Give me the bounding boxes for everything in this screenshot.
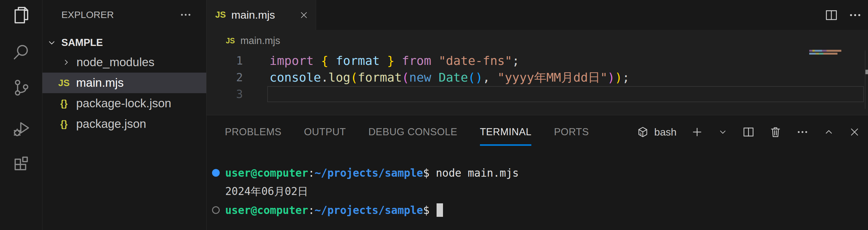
activity-search[interactable]: [10, 42, 32, 63]
panel-header: PROBLEMSOUTPUTDEBUG CONSOLETERMINALPORTS…: [207, 115, 868, 149]
terminal-text: user@computer:~/projects/sample$ node ma…: [225, 167, 519, 179]
command-decoration: [207, 206, 225, 214]
sidebar-title: EXPLORER: [61, 9, 114, 20]
js-file-icon: JS: [215, 10, 226, 20]
minimap-line: [809, 50, 843, 52]
panel-tab-debug-console[interactable]: DEBUG CONSOLE: [369, 115, 458, 149]
split-terminal-icon[interactable]: [742, 126, 755, 138]
code-text: import { format } from "date-fns";: [270, 54, 520, 68]
terminal-output[interactable]: user@computer:~/projects/sample$ node ma…: [207, 164, 868, 220]
terminal-text: 2024年06月02日: [225, 185, 308, 199]
terminal-row: user@computer:~/projects/sample$: [207, 201, 868, 220]
json-file-icon: {}: [57, 119, 71, 129]
command-decoration: [207, 169, 225, 177]
debug-icon: [11, 119, 31, 138]
code-line-1[interactable]: 1import { format } from "date-fns";: [207, 52, 868, 69]
tab-label: main.mjs: [231, 9, 275, 21]
chevron-right-icon: [61, 58, 71, 67]
file-label: main.mjs: [76, 76, 124, 90]
file-row-main-mjs[interactable]: JSmain.mjs: [42, 73, 206, 93]
line-number: 2: [207, 71, 243, 84]
split-editor-icon[interactable]: [824, 8, 838, 22]
close-icon[interactable]: [849, 126, 860, 138]
close-icon[interactable]: [299, 10, 309, 20]
code-editor[interactable]: JS main.mjs 1import { format } from "dat…: [207, 30, 868, 115]
trash-icon[interactable]: [769, 126, 782, 138]
js-file-icon: JS: [226, 37, 235, 45]
code-text: console.log(format(new Date(), "yyyy年MM月…: [270, 69, 630, 86]
code-lines: 1import { format } from "date-fns";2cons…: [207, 52, 868, 102]
explorer-sidebar: EXPLORER SAMPLE node_modulesJSmain.mjs{}…: [42, 0, 207, 230]
folder-section-label: SAMPLE: [61, 37, 103, 48]
ellipsis-icon[interactable]: [179, 8, 192, 21]
panel-tab-output[interactable]: OUTPUT: [304, 115, 346, 149]
ellipsis-icon[interactable]: [796, 126, 809, 138]
terminal-actions: $ bash: [637, 126, 868, 138]
file-row-node-modules[interactable]: node_modules: [42, 52, 206, 73]
code-line-2[interactable]: 2console.log(format(new Date(), "yyyy年MM…: [207, 69, 868, 86]
search-icon: [11, 43, 31, 62]
files-icon: [11, 5, 31, 25]
minimap-line: [809, 53, 841, 55]
file-row-package-json[interactable]: {}package.json: [42, 114, 206, 134]
scrollbar-thumb[interactable]: [865, 70, 868, 74]
panel-tabs: PROBLEMSOUTPUTDEBUG CONSOLETERMINALPORTS: [207, 115, 589, 149]
panel-tab-ports[interactable]: PORTS: [554, 115, 589, 149]
terminal-row: 2024年06月02日: [207, 182, 868, 201]
activity-run-debug[interactable]: [10, 118, 32, 139]
terminal-row: user@computer:~/projects/sample$ node ma…: [207, 164, 868, 182]
file-label: package-lock.json: [76, 97, 171, 110]
current-line-highlight: [267, 86, 864, 102]
explorer-header: EXPLORER: [42, 0, 206, 30]
extensions-icon: [11, 155, 31, 174]
chevron-up-icon[interactable]: [823, 126, 835, 138]
js-file-icon: JS: [57, 78, 71, 88]
file-label: node_modules: [76, 56, 155, 69]
line-number: 3: [207, 88, 243, 101]
command-prompt-circle-icon: [212, 206, 220, 214]
json-file-icon: {}: [57, 98, 71, 109]
minimap[interactable]: [809, 50, 843, 56]
line-number: 1: [207, 54, 243, 67]
chevron-down-icon[interactable]: [718, 127, 728, 137]
new-terminal-plus-icon[interactable]: [691, 126, 704, 138]
file-row-package-lock-json[interactable]: {}package-lock.json: [42, 93, 206, 114]
folder-section-header[interactable]: SAMPLE: [42, 33, 206, 52]
breadcrumb-label: main.mjs: [240, 35, 280, 46]
chevron-down-icon: [46, 38, 57, 48]
ellipsis-icon[interactable]: [848, 8, 862, 22]
breadcrumb[interactable]: JS main.mjs: [207, 30, 868, 49]
editor-actions: [824, 0, 868, 30]
source-control-icon: [11, 78, 31, 97]
panel-tab-terminal[interactable]: TERMINAL: [480, 115, 532, 149]
code-line-3[interactable]: 3: [207, 86, 868, 102]
terminal-text: user@computer:~/projects/sample$: [225, 203, 443, 217]
shell-label: bash: [654, 126, 677, 138]
activity-bar: [0, 0, 42, 230]
svg-text:$: $: [640, 132, 642, 136]
panel-tab-problems[interactable]: PROBLEMS: [225, 115, 281, 149]
command-success-circle-icon: [212, 169, 220, 177]
scrollbar-track: [865, 51, 865, 109]
file-tree: node_modulesJSmain.mjs{}package-lock.jso…: [42, 52, 206, 134]
terminal-bash-icon: $: [637, 126, 649, 138]
activity-extensions[interactable]: [10, 154, 32, 175]
bottom-panel: PROBLEMSOUTPUTDEBUG CONSOLETERMINALPORTS…: [207, 115, 868, 230]
activity-explorer[interactable]: [10, 4, 32, 26]
tab-main-mjs[interactable]: JS main.mjs: [207, 0, 316, 30]
terminal-shell-selector[interactable]: $ bash: [637, 126, 677, 138]
file-label: package.json: [76, 117, 146, 131]
activity-source-control[interactable]: [10, 77, 32, 98]
editor-group: JS main.mjs JS main.mjs: [207, 0, 868, 230]
editor-tab-bar: JS main.mjs: [207, 0, 868, 30]
terminal-cursor: [437, 203, 443, 217]
